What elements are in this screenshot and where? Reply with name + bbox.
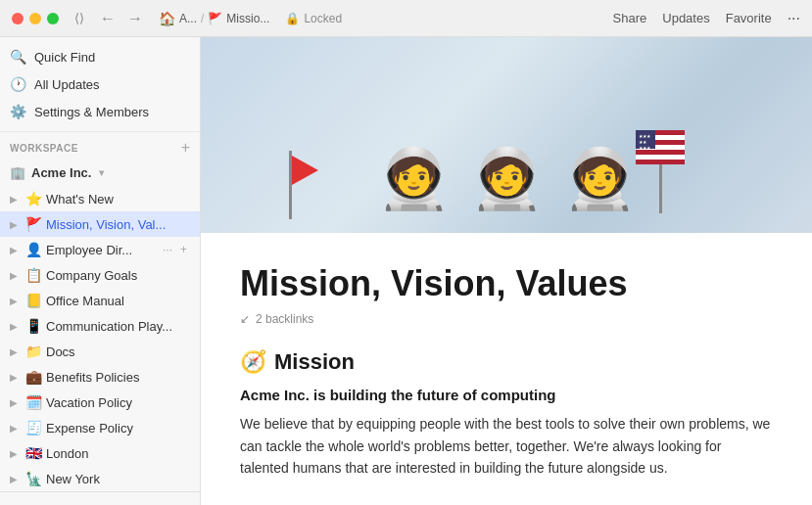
- sidebar-item-settings[interactable]: ⚙️ Settings & Members: [0, 98, 200, 125]
- lock-indicator: 🔒 Locked: [285, 12, 342, 25]
- sidebar-item-benefits[interactable]: ▶ 💼 Benefits Policies: [0, 364, 200, 390]
- astronaut-group: 🧑‍🚀 🧑‍🚀 🧑‍🚀: [377, 144, 637, 213]
- expand-icon: ▶: [10, 423, 22, 434]
- tree-label-benefits: Benefits Policies: [46, 370, 190, 385]
- sidebar-item-all-updates[interactable]: 🕐 All Updates: [0, 70, 200, 98]
- statue-icon: 🗽: [25, 471, 42, 486]
- person-icon: 👤: [25, 242, 42, 257]
- back-button[interactable]: ←: [96, 8, 119, 29]
- tree-label-employee-dir: Employee Dir...: [46, 243, 156, 257]
- sidebar-item-company-goals[interactable]: ▶ 📋 Company Goals: [0, 262, 200, 288]
- more-options-button[interactable]: ···: [788, 10, 800, 27]
- backlinks-text: 2 backlinks: [256, 312, 313, 326]
- us-flag-pole: ★★★ ★★ ★★★: [636, 130, 685, 213]
- breadcrumb-flag-icon: 🚩: [208, 12, 222, 25]
- sidebar-item-office-manual[interactable]: ▶ 📒 Office Manual: [0, 288, 200, 313]
- hero-image: 🧑‍🚀 🧑‍🚀 🧑‍🚀 ★★★ ★★: [201, 37, 812, 233]
- breadcrumb-page[interactable]: Missio...: [226, 12, 269, 25]
- sidebar-item-expense[interactable]: ▶ 🧾 Expense Policy: [0, 415, 200, 440]
- sidebar-item-quick-find[interactable]: 🔍 Quick Find: [0, 43, 200, 70]
- expand-icon: ▶: [10, 296, 22, 306]
- tree-label-vacation: Vacation Policy: [46, 395, 190, 410]
- content-area: 🧑‍🚀 🧑‍🚀 🧑‍🚀 ★★★ ★★: [201, 37, 812, 505]
- astronaut-3: 🧑‍🚀: [563, 144, 637, 213]
- svg-marker-1: [292, 156, 318, 185]
- sidebar-item-whats-new[interactable]: ▶ ⭐ What's New: [0, 186, 200, 211]
- receipt-icon: 🧾: [25, 420, 42, 436]
- clock-icon: 🕐: [10, 76, 26, 92]
- workspace-label: WORKSPACE: [10, 143, 78, 154]
- item-more-button[interactable]: ···: [160, 242, 175, 257]
- maximize-button[interactable]: [47, 13, 59, 24]
- sidebar-item-vacation[interactable]: ▶ 🗓️ Vacation Policy: [0, 390, 200, 415]
- page-title: Mission, Vision, Values: [240, 262, 773, 304]
- expand-icon: ▶: [10, 245, 22, 255]
- sidebar-top: 🔍 Quick Find 🕐 All Updates ⚙️ Settings &…: [0, 37, 200, 132]
- tree-label-mission: Mission, Vision, Val...: [46, 217, 190, 232]
- acme-icon: 🏢: [10, 165, 25, 180]
- search-icon: 🔍: [10, 49, 26, 65]
- lock-label: Locked: [304, 12, 342, 25]
- breadcrumb: 🏠 A... / 🚩 Missio...: [159, 11, 269, 26]
- gear-icon: ⚙️: [10, 104, 26, 119]
- phone-icon: 📱: [25, 318, 42, 334]
- favorite-button[interactable]: Favorite: [726, 11, 772, 25]
- sidebar-item-docs[interactable]: ▶ 📁 Docs: [0, 339, 200, 364]
- lock-icon: 🔒: [285, 12, 300, 25]
- sidebar-item-mission[interactable]: ▶ 🚩 Mission, Vision, Val...: [0, 211, 200, 237]
- close-button[interactable]: [12, 13, 24, 24]
- expand-icon: ▶: [10, 372, 22, 383]
- sidebar-item-employee-dir[interactable]: ▶ 👤 Employee Dir... ··· +: [0, 237, 200, 262]
- sidebar-label-quick-find: Quick Find: [34, 50, 190, 65]
- expand-icon: ▶: [10, 397, 22, 408]
- tree-label-communication: Communication Play...: [46, 319, 190, 334]
- svg-rect-0: [289, 151, 292, 219]
- breadcrumb-separator: /: [201, 12, 204, 25]
- sidebar-item-communication[interactable]: ▶ 📱 Communication Play...: [0, 313, 200, 339]
- red-pennant-svg: [279, 151, 328, 219]
- flag-icon: 🚩: [25, 216, 42, 232]
- svg-rect-7: [636, 155, 685, 160]
- red-pennant: [279, 151, 328, 223]
- tree-label-expense: Expense Policy: [46, 421, 190, 436]
- acme-root-item[interactable]: 🏢 Acme Inc. ▾: [0, 160, 200, 186]
- new-page-button[interactable]: + New page: [0, 492, 200, 505]
- sidebar-item-london[interactable]: ▶ 🇬🇧 London: [0, 440, 200, 466]
- collapse-sidebar-button[interactable]: ⟨⟩: [74, 11, 84, 25]
- traffic-lights: [12, 13, 59, 24]
- us-flag-svg: ★★★ ★★ ★★★: [636, 130, 685, 164]
- tree-label-office-manual: Office Manual: [46, 294, 190, 308]
- mission-heading: 🧭 Mission: [240, 349, 773, 375]
- page-body: Mission, Vision, Values ↙ 2 backlinks 🧭 …: [201, 233, 812, 505]
- add-workspace-button[interactable]: +: [181, 140, 190, 156]
- sidebar-bottom: + New page: [0, 491, 200, 505]
- titlebar-actions: Share Updates Favorite ···: [613, 10, 800, 27]
- item-add-button[interactable]: +: [177, 242, 190, 257]
- share-button[interactable]: Share: [613, 11, 647, 25]
- backlinks[interactable]: ↙ 2 backlinks: [240, 312, 773, 326]
- sidebar-item-new-york[interactable]: ▶ 🗽 New York: [0, 466, 200, 491]
- compass-icon: 🧭: [240, 349, 266, 375]
- astronaut-2: 🧑‍🚀: [470, 144, 544, 213]
- clipboard-icon: 📋: [25, 267, 42, 283]
- expand-icon: ▶: [10, 219, 22, 230]
- astronaut-1: 🧑‍🚀: [377, 144, 451, 213]
- mission-bold-text: Acme Inc. is building the future of comp…: [240, 387, 773, 403]
- tree-label-new-york: New York: [46, 472, 190, 486]
- sidebar: 🔍 Quick Find 🕐 All Updates ⚙️ Settings &…: [0, 37, 201, 505]
- nav-arrows: ← →: [96, 8, 147, 29]
- tree-label-london: London: [46, 446, 190, 461]
- acme-label: Acme Inc.: [31, 165, 91, 180]
- minimize-button[interactable]: [29, 13, 41, 24]
- expand-icon: ▶: [10, 194, 22, 205]
- updates-button[interactable]: Updates: [662, 11, 709, 25]
- forward-button[interactable]: →: [123, 8, 147, 29]
- svg-text:★★★: ★★★: [639, 145, 651, 151]
- expand-icon: ▶: [10, 448, 22, 459]
- expand-icon: ▶: [10, 474, 22, 484]
- expand-icon: ▶: [10, 346, 22, 357]
- breadcrumb-workspace[interactable]: A...: [179, 12, 197, 25]
- item-actions: ··· +: [160, 242, 190, 257]
- briefcase-icon: 💼: [25, 369, 42, 385]
- mission-heading-text: Mission: [274, 349, 355, 375]
